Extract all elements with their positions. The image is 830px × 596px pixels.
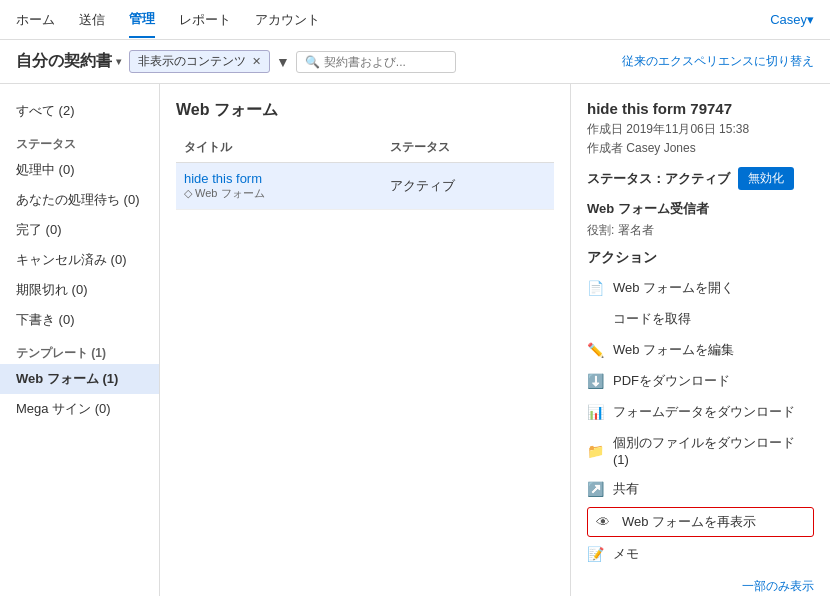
nav-report[interactable]: レポート [179,3,231,37]
sidebar-item-draft[interactable]: 下書き (0) [0,305,159,335]
search-box: 🔍 [296,51,456,73]
filter-tag-close[interactable]: ✕ [252,55,261,68]
action-label-5: 個別のファイルをダウンロード (1) [613,434,814,467]
action-label-8: メモ [613,545,639,563]
form-subtitle: ◇ Web フォーム [184,186,374,201]
switch-link[interactable]: 従来のエクスペリエンスに切り替え [622,53,814,70]
filter-icon[interactable]: ▼ [276,54,290,70]
form-title-link[interactable]: hide this form [184,171,374,186]
action-label-2: Web フォームを編集 [613,341,734,359]
nav-home[interactable]: ホーム [16,3,55,37]
status-label: ステータス：アクティブ [587,170,730,188]
nav-account[interactable]: アカウント [255,3,320,37]
filter-bar: 非表示のコンテンツ ✕ ▼ 🔍 [129,50,456,73]
table-cell-title: hide this form ◇ Web フォーム [176,163,382,210]
action-item-2[interactable]: ✏️Web フォームを編集 [587,335,814,366]
section-title: Web フォーム [176,100,554,121]
status-row: ステータス：アクティブ 無効化 [587,167,814,190]
sidebar-section-template: テンプレート (1) [0,335,159,364]
panel-created-by: 作成者 Casey Jones [587,140,814,157]
search-icon: 🔍 [305,55,320,69]
action-label-3: PDFをダウンロード [613,372,730,390]
action-label-0: Web フォームを開く [613,279,734,297]
action-label-4: フォームデータをダウンロード [613,403,795,421]
main-layout: すべて (2) ステータス 処理中 (0) あなたの処理待ち (0) 完了 (0… [0,84,830,596]
table-row[interactable]: hide this form ◇ Web フォーム アクティブ [176,163,554,210]
recipient-title: Web フォーム受信者 [587,200,814,218]
nav-send[interactable]: 送信 [79,3,105,37]
disable-button[interactable]: 無効化 [738,167,794,190]
action-item-5[interactable]: 📁個別のファイルをダウンロード (1) [587,428,814,474]
sidebar: すべて (2) ステータス 処理中 (0) あなたの処理待ち (0) 完了 (0… [0,84,160,596]
user-menu[interactable]: Casey▾ [770,12,814,27]
action-item-1[interactable]: コードを取得 [587,304,814,335]
contract-title[interactable]: 自分の契約書 ▾ [16,51,121,72]
search-input[interactable] [324,55,444,69]
filter-tag-label: 非表示のコンテンツ [138,53,246,70]
sub-header-left: 自分の契約書 ▾ 非表示のコンテンツ ✕ ▼ 🔍 [16,50,456,73]
action-item-4[interactable]: 📊フォームデータをダウンロード [587,397,814,428]
actions-list: 📄Web フォームを開くコードを取得✏️Web フォームを編集⬇️PDFをダウン… [587,273,814,570]
action-item-0[interactable]: 📄Web フォームを開く [587,273,814,304]
filter-tag: 非表示のコンテンツ ✕ [129,50,270,73]
content-area: Web フォーム タイトル ステータス hide this form ◇ Web… [160,84,570,596]
sidebar-item-processing[interactable]: 処理中 (0) [0,155,159,185]
nav-manage[interactable]: 管理 [129,2,155,38]
action-icon-6: ↗️ [587,481,605,497]
web-form-table: タイトル ステータス hide this form ◇ Web フォーム アクテ… [176,133,554,210]
sidebar-item-cancelled[interactable]: キャンセル済み (0) [0,245,159,275]
sidebar-item-waiting[interactable]: あなたの処理待ち (0) [0,185,159,215]
action-item-7[interactable]: 👁Web フォームを再表示 [587,507,814,537]
show-more-link[interactable]: 一部のみ表示 [587,578,814,595]
recipient-role: 役割: 署名者 [587,222,814,239]
sub-header: 自分の契約書 ▾ 非表示のコンテンツ ✕ ▼ 🔍 従来のエクスペリエンスに切り替… [0,40,830,84]
action-icon-3: ⬇️ [587,373,605,389]
chevron-down-icon: ▾ [116,56,121,67]
action-label-7: Web フォームを再表示 [622,513,756,531]
action-icon-0: 📄 [587,280,605,296]
actions-title: アクション [587,249,814,267]
sidebar-item-all[interactable]: すべて (2) [0,96,159,126]
top-nav: ホーム 送信 管理 レポート アカウント Casey▾ [0,0,830,40]
action-item-6[interactable]: ↗️共有 [587,474,814,505]
panel-title: hide this form 79747 [587,100,814,117]
action-icon-8: 📝 [587,546,605,562]
sidebar-item-complete[interactable]: 完了 (0) [0,215,159,245]
sidebar-item-expired[interactable]: 期限切れ (0) [0,275,159,305]
col-header-title: タイトル [176,133,382,163]
action-icon-4: 📊 [587,404,605,420]
action-item-3[interactable]: ⬇️PDFをダウンロード [587,366,814,397]
action-icon-7: 👁 [596,514,614,530]
action-label-6: 共有 [613,480,639,498]
sidebar-item-webform[interactable]: Web フォーム (1) [0,364,159,394]
content-inner: Web フォーム タイトル ステータス hide this form ◇ Web… [160,84,570,596]
action-item-8[interactable]: 📝メモ [587,539,814,570]
action-icon-5: 📁 [587,443,605,459]
sidebar-section-status: ステータス [0,126,159,155]
nav-items: ホーム 送信 管理 レポート アカウント [16,2,320,38]
right-panel: hide this form 79747 作成日 2019年11月06日 15:… [570,84,830,596]
col-header-status: ステータス [382,133,554,163]
action-icon-2: ✏️ [587,342,605,358]
sidebar-item-megasign[interactable]: Mega サイン (0) [0,394,159,424]
table-cell-status: アクティブ [382,163,554,210]
contract-title-text: 自分の契約書 [16,51,112,72]
panel-created-date: 作成日 2019年11月06日 15:38 [587,121,814,138]
action-label-1: コードを取得 [613,310,691,328]
